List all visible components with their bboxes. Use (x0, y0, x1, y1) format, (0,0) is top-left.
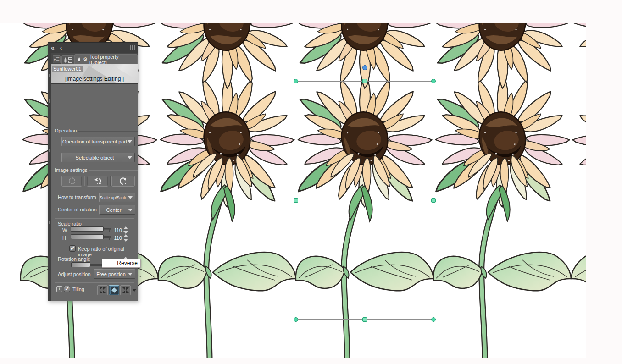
tab-label: Tool property [Object] (89, 54, 133, 65)
panel-menu-icon[interactable]: ▸☰ (53, 55, 61, 63)
operation-group-label: Operation (55, 128, 77, 133)
flip-horizontal-button[interactable] (87, 176, 108, 187)
back-icon[interactable]: ‹ (57, 44, 65, 51)
handle-bottom-right[interactable] (431, 317, 436, 322)
tiling-label: Tiling (72, 287, 84, 292)
editing-status: [Image settings Editing ] (51, 76, 138, 82)
adjust-position-label: Adjust position (58, 271, 91, 277)
free-transform-button[interactable] (61, 176, 82, 187)
image-settings-group-label: Image settings (55, 167, 88, 173)
chevron-down-icon (128, 196, 133, 199)
chevron-down-icon (128, 140, 132, 143)
panel-dock-strip (48, 53, 51, 301)
tooltip: Reverse (102, 259, 141, 268)
handle-bottom-center[interactable] (362, 317, 367, 322)
sliders-icon (68, 57, 72, 63)
handle-mid-right[interactable] (431, 198, 436, 203)
scale-w-slider[interactable] (71, 226, 111, 232)
tab-tool-property[interactable]: ⚙ Tool property [Object] (74, 54, 138, 64)
scale-ratio-label: Scale ratio (58, 221, 82, 226)
gear-icon: ⚙ (83, 56, 88, 62)
chevron-down-icon (128, 156, 132, 159)
scale-h-value[interactable]: 110 (106, 235, 122, 241)
tiling-expand-button[interactable]: + (56, 286, 62, 292)
scale-w-value[interactable]: 110 (106, 227, 122, 233)
how-to-transform-dropdown[interactable]: Scale up/Scale (99, 193, 135, 202)
how-to-transform-label: How to transform (58, 194, 96, 200)
chevron-down-icon (128, 209, 133, 211)
center-of-rotation-dropdown[interactable]: Center (99, 205, 135, 215)
rotate-icon (119, 177, 128, 185)
selectable-object-dropdown[interactable]: Selectable object (61, 153, 135, 162)
scale-h-spinner[interactable] (123, 234, 128, 242)
tiling-mode-dropdown-icon[interactable] (132, 289, 137, 292)
free-transform-icon (68, 177, 76, 185)
tiling-checkbox[interactable] (64, 286, 70, 292)
tab-tool-settings[interactable] (61, 55, 74, 64)
rotation-angle-label: Rotation angle (58, 256, 90, 262)
tiling-mode-reverse-button[interactable] (109, 285, 119, 295)
handle-top-left[interactable] (294, 79, 298, 83)
selection-center-crosshair (361, 198, 368, 204)
flip-horizontal-icon (93, 177, 102, 185)
transparent-part-dropdown[interactable]: Operation of transparent part (61, 137, 135, 146)
panel-body: Operation Operation of transparent part … (51, 84, 138, 301)
tiling-flip-icon (122, 287, 129, 293)
panel-title-bar: « ‹ (48, 43, 138, 53)
scale-h-label: H (62, 235, 66, 241)
object-name[interactable]: Sunflower01 (52, 66, 83, 72)
keep-ratio-checkbox[interactable] (69, 245, 76, 252)
rotation-handle[interactable] (362, 65, 367, 70)
scale-w-spinner[interactable] (123, 226, 128, 234)
keep-ratio-label: Keep ratio of original image (78, 246, 138, 257)
chevron-down-icon (128, 273, 133, 276)
collapse-panel-icon[interactable]: « (48, 44, 57, 51)
brush-icon (63, 57, 67, 63)
panel-grip-icon[interactable] (130, 45, 135, 50)
panel-tab-row: ▸☰ ⚙ Tool property [Object] (51, 53, 138, 64)
handle-top-center[interactable] (362, 79, 367, 83)
object-preview-header: Sunflower01 [Image settings Editing ] (51, 64, 138, 84)
center-of-rotation-label: Center of rotation (58, 207, 97, 212)
handle-mid-left[interactable] (294, 198, 298, 203)
scale-h-slider[interactable] (71, 234, 111, 240)
handle-bottom-left[interactable] (294, 317, 298, 322)
tiling-mode-flip-button[interactable] (120, 285, 131, 295)
tiling-repeat-icon (99, 287, 106, 293)
adjust-position-dropdown[interactable]: Free position (94, 269, 135, 279)
handle-top-right[interactable] (431, 79, 436, 83)
pen-icon (77, 56, 81, 63)
scale-w-label: W (62, 227, 67, 233)
tiling-reverse-icon (111, 287, 118, 294)
tiling-mode-repeat-button[interactable] (97, 285, 108, 295)
rotate-button[interactable] (111, 176, 135, 187)
